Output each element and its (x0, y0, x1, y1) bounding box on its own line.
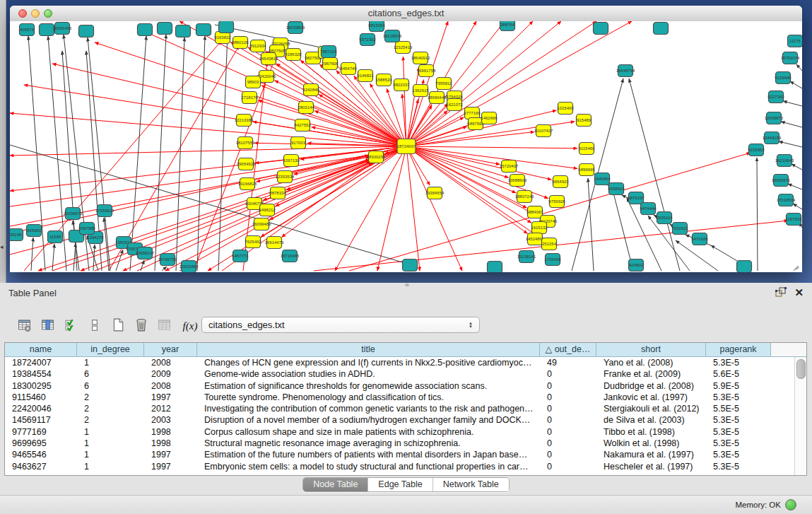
table-cell[interactable]: Estimation of significance thresholds fo… (197, 380, 540, 392)
network-edge[interactable] (792, 164, 802, 170)
table-cell[interactable]: 5.3E-5 (706, 461, 771, 472)
table-cell[interactable]: 2012 (144, 403, 197, 414)
network-node[interactable]: 10958107 (136, 247, 155, 259)
network-node[interactable]: 19654923 (237, 158, 256, 170)
network-node[interactable]: 405574 (20, 24, 35, 36)
column-header-year[interactable]: year (144, 343, 197, 357)
network-node[interactable] (654, 23, 669, 35)
table-cell[interactable]: 1997 (144, 461, 197, 472)
network-node[interactable]: 6471626 (691, 233, 708, 245)
network-node[interactable]: 18300295 (367, 151, 386, 163)
network-edge[interactable] (314, 111, 406, 146)
network-edge[interactable] (406, 21, 505, 146)
network-node[interactable]: 15136141 (517, 251, 536, 263)
network-node[interactable]: 7857224 (320, 46, 337, 58)
network-node[interactable]: 9146821 (357, 70, 374, 82)
table-cell[interactable]: 9115460 (5, 392, 77, 403)
table-row[interactable]: 969969511998Structural magnetic resonanc… (5, 438, 795, 449)
network-node[interactable]: 9654923 (552, 176, 569, 188)
table-cell[interactable]: 0 (540, 426, 596, 438)
network-node[interactable]: 8878334 (269, 187, 286, 199)
network-node[interactable]: 12444159 (763, 132, 782, 144)
network-node[interactable]: 252254 (542, 238, 557, 250)
network-node[interactable]: 1588520 (375, 74, 392, 86)
table-cell[interactable]: Estimation of the future numbers of pati… (197, 449, 540, 460)
table-cell[interactable]: Embryonic stem cells: a model to study s… (197, 461, 540, 472)
panel-collapse-arrow-icon[interactable]: ◂ (0, 243, 4, 250)
table-cell[interactable]: de Silva et al. (2003) (596, 414, 706, 426)
table-cell[interactable]: Genome-wide association studies in ADHD. (197, 368, 540, 380)
network-node[interactable]: 6822037 (393, 79, 410, 91)
network-node[interactable]: 20206576 (64, 208, 83, 220)
network-node[interactable]: 9397588 (78, 223, 95, 235)
network-node[interactable]: 1615132 (531, 222, 548, 234)
network-node[interactable]: 12325419 (394, 42, 413, 54)
table-cell[interactable]: 1997 (144, 392, 197, 403)
table-cell[interactable]: 1 (77, 438, 144, 449)
network-node[interactable]: 16543812 (259, 53, 278, 65)
table-cell[interactable]: 0 (540, 392, 596, 403)
network-node[interactable]: 18107554 (236, 137, 255, 149)
table-cell[interactable]: Hescheler et al. (1997) (596, 461, 706, 472)
table-cell[interactable]: Yano et al. (2008) (596, 357, 706, 368)
show-columns-button[interactable] (39, 316, 57, 336)
collapsed-side-panel[interactable]: ◂ (0, 0, 6, 283)
network-edge[interactable] (793, 204, 802, 209)
tab-network-table[interactable]: Network Table (433, 478, 509, 491)
network-edge[interactable] (130, 36, 146, 271)
network-edge[interactable] (10, 145, 407, 264)
close-panel-icon[interactable]: ✕ (794, 286, 804, 299)
network-node[interactable]: 15720407 (500, 160, 519, 173)
network-node[interactable]: 9215953 (748, 144, 765, 156)
network-node[interactable]: 19992971 (772, 175, 791, 187)
network-node[interactable]: 1362615 (412, 85, 429, 97)
network-node[interactable]: 915489 (577, 115, 592, 127)
table-cell[interactable]: Jankovic et al. (1997) (596, 392, 706, 403)
function-builder-button[interactable]: f(x) (179, 316, 201, 336)
select-all-button[interactable] (62, 316, 81, 336)
network-node[interactable]: 9474444 (640, 203, 657, 215)
network-node[interactable]: 9267130 (283, 155, 300, 167)
table-cell[interactable]: Disruption of a novel member of a sodium… (197, 414, 540, 426)
table-row[interactable]: 1938455462009Genome-wide association stu… (5, 368, 795, 380)
tab-edge-table[interactable]: Edge Table (367, 478, 432, 491)
network-node[interactable]: 12353534 (276, 171, 295, 183)
table-cell[interactable]: 9777169 (5, 426, 77, 438)
network-node[interactable]: 19166825 (238, 178, 257, 190)
table-cell[interactable]: Wolkin et al. (1998) (596, 438, 706, 449)
network-edge[interactable] (155, 35, 166, 271)
network-node[interactable]: 11568 (48, 231, 63, 243)
network-node[interactable]: 10107427 (534, 125, 553, 137)
table-cell[interactable]: 5.3E-5 (706, 414, 771, 426)
network-node[interactable]: 16033809 (286, 22, 305, 34)
table-cell[interactable]: Nakamura et al. (1997) (596, 449, 706, 460)
network-node[interactable]: 1640954 (594, 173, 611, 185)
table-cell[interactable]: Corpus callosum shape and size in male p… (197, 426, 540, 438)
table-cell[interactable]: 18300295 (5, 380, 77, 392)
table-cell[interactable]: 18724007 (5, 357, 77, 368)
network-edge[interactable] (31, 238, 33, 271)
network-edge[interactable] (788, 184, 802, 189)
network-edge[interactable] (406, 146, 577, 148)
network-node[interactable]: 20691406 (53, 23, 72, 35)
network-node[interactable]: 17016504 (777, 194, 796, 206)
network-edge[interactable] (403, 57, 406, 146)
network-edge[interactable] (258, 100, 406, 146)
table-cell[interactable]: Stergiakouli et al. (2012) (596, 403, 706, 414)
network-node[interactable]: 935081 (27, 225, 42, 237)
network-node[interactable] (403, 259, 418, 271)
table-row[interactable]: 946362711997Embryonic stem cells: a mode… (5, 461, 795, 472)
network-edge[interactable] (377, 146, 406, 271)
network-node[interactable]: 12213384 (235, 115, 254, 127)
network-node[interactable]: 9457771 (232, 250, 249, 262)
network-edge[interactable] (218, 33, 228, 271)
table-cell[interactable]: 2009 (144, 368, 197, 380)
network-node[interactable]: 1621072 (446, 99, 463, 111)
float-panel-icon[interactable] (775, 287, 787, 297)
network-node[interactable] (138, 24, 153, 36)
network-node[interactable]: 16099489 (252, 218, 271, 230)
network-edge[interactable] (261, 86, 406, 146)
window-titlebar[interactable]: citations_edges.txt (10, 6, 802, 22)
network-node[interactable] (488, 262, 502, 273)
table-cell[interactable]: Tourette syndrome. Phenomenology and cla… (197, 392, 540, 403)
